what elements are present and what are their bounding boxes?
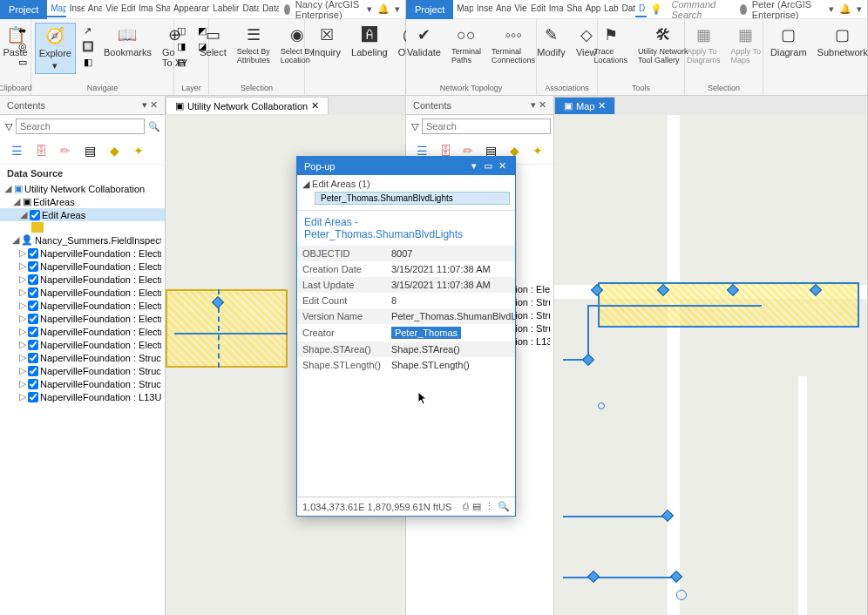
apply-diagrams-button[interactable]: ▦Apply To Diagrams xyxy=(683,23,724,66)
tab-labeling[interactable]: Labeling xyxy=(209,1,239,17)
nav-misc-icon[interactable]: ◧ xyxy=(79,54,97,70)
list-label-icon[interactable]: ◆ xyxy=(105,141,124,160)
layer-checkbox[interactable] xyxy=(28,379,38,389)
select-by-attr-button[interactable]: ☰Select By Attributes xyxy=(234,23,274,66)
panel-dropdown-icon[interactable]: ▾ ✕ xyxy=(142,99,158,111)
map-view-tab-r[interactable]: ▣Map✕ xyxy=(554,97,615,114)
layer-checkbox[interactable] xyxy=(28,314,38,324)
terminal-conn-button[interactable]: ◦◦◦Terminal Connections xyxy=(488,23,539,66)
triangle-expand-icon[interactable]: ◢ xyxy=(302,179,309,189)
close-tab-icon[interactable]: ✕ xyxy=(311,100,319,112)
nav-zoom-icon[interactable]: 🔲 xyxy=(79,38,97,54)
explore-button[interactable]: 🧭Explore▾ xyxy=(35,23,76,74)
diagram-button[interactable]: ▢Diagram xyxy=(767,23,810,59)
list-filter-icon[interactable]: ▤ xyxy=(80,141,99,160)
list-by-drawing-icon[interactable]: ☰ xyxy=(7,141,26,160)
creator-value[interactable]: Peter_Thomas xyxy=(391,327,461,339)
terminal-paths-button[interactable]: ○○Terminal Paths xyxy=(448,23,485,66)
bell-icon[interactable]: 🔔 xyxy=(377,3,390,15)
layer-checkbox[interactable] xyxy=(28,274,38,285)
popup-tree-item[interactable]: Peter_Thomas.ShumanBlvdLights xyxy=(315,192,510,205)
apply-maps-button[interactable]: ▦Apply To Maps xyxy=(728,23,764,66)
validate-button[interactable]: ✔Validate xyxy=(403,23,444,59)
layer-checkbox[interactable] xyxy=(28,248,38,259)
tab-data[interactable]: Data xyxy=(239,1,259,17)
layer-row[interactable]: ▷NapervilleFoundation : Structure Line xyxy=(0,364,165,377)
popup-menu-icon[interactable]: ⋮ xyxy=(485,501,494,512)
popup-window[interactable]: Pop-up ▾ ▭ ✕ ◢ Edit Areas (1) Peter_Thom… xyxy=(296,156,516,517)
rtab-d[interactable]: D xyxy=(635,1,647,17)
layer-row[interactable]: ▷NapervilleFoundation : Electric Distrib… xyxy=(0,273,165,286)
rtab-app[interactable]: App xyxy=(582,1,600,17)
nav-tool-2[interactable]: ◎ xyxy=(14,38,31,54)
layer-row[interactable]: ▷NapervilleFoundation : Structure Bounda xyxy=(0,377,165,390)
command-search[interactable]: Command Search xyxy=(666,0,734,20)
layer-row[interactable]: ▷NapervilleFoundation : Electric Transmi… xyxy=(0,325,165,338)
tab-ana[interactable]: Ana xyxy=(85,1,102,17)
contents-tree[interactable]: ◢▣Utility Network Collaboration ◢▣EditAr… xyxy=(0,182,165,615)
layer-checkbox[interactable] xyxy=(28,366,38,376)
layer-row[interactable]: ▷NapervilleFoundation : Electric Distrib… xyxy=(0,260,165,273)
layer-checkbox[interactable] xyxy=(28,327,38,337)
list-snap-icon[interactable]: ✦ xyxy=(129,141,148,160)
edit-areas-checkbox[interactable] xyxy=(30,210,40,220)
bell-icon-r[interactable]: 🔔 xyxy=(839,3,851,15)
filter-icon-r[interactable]: ▽ xyxy=(411,121,418,132)
tab-vie[interactable]: Vie xyxy=(102,1,118,17)
layer-row[interactable]: ▷NapervilleFoundation : Structure Juncti… xyxy=(0,351,165,364)
layer-row[interactable]: ▷NapervilleFoundation : Electric Transmi… xyxy=(0,312,165,325)
tab-data2[interactable]: Data xyxy=(259,1,279,17)
labeling-button[interactable]: 🅰Labeling xyxy=(348,23,391,59)
tab-map[interactable]: Map xyxy=(47,1,65,17)
map-view-tab[interactable]: ▣Utility Network Collaboration✕ xyxy=(166,97,329,114)
rtab-vie[interactable]: Vie xyxy=(511,1,527,17)
nav-arrow-icon[interactable]: ↗ xyxy=(79,23,97,38)
project-button-r[interactable]: Project xyxy=(406,0,453,19)
tab-sha[interactable]: Sha xyxy=(153,1,170,17)
rtab-inse[interactable]: Inse xyxy=(473,1,492,17)
nav-tool-1[interactable]: ⬌ xyxy=(14,23,31,38)
idea-icon[interactable]: 💡 xyxy=(647,3,666,15)
rtab-dat[interactable]: Dat xyxy=(618,1,635,17)
layer-row[interactable]: ▷NapervilleFoundation : Electric Transmi… xyxy=(0,338,165,351)
layer-row[interactable]: ▷NapervilleFoundation : Electric Transmi… xyxy=(0,299,165,312)
layer-checkbox[interactable] xyxy=(28,261,38,272)
rtab-lab[interactable]: Lab xyxy=(600,1,618,17)
rtab-map[interactable]: Map xyxy=(453,1,473,17)
popup-dock-icon[interactable]: ▭ xyxy=(482,160,494,172)
layer-checkbox[interactable] xyxy=(28,392,38,402)
rtab-edit[interactable]: Edit xyxy=(527,1,546,17)
close-tab-icon-r[interactable]: ✕ xyxy=(598,100,606,112)
list-by-edit-icon[interactable]: ✏ xyxy=(56,141,75,160)
layer-checkbox[interactable] xyxy=(28,287,38,298)
layer-row[interactable]: ▷NapervilleFoundation : L13UtilityNetwor… xyxy=(0,390,165,403)
layer-tool-3[interactable]: ▤ xyxy=(173,54,190,70)
popup-pin-icon[interactable]: ▾ xyxy=(468,160,480,172)
chevron-down-r[interactable]: ▾ xyxy=(857,3,862,15)
nav-tool-3[interactable]: ▭ xyxy=(14,54,31,70)
rtab-sha[interactable]: Sha xyxy=(563,1,581,17)
layer-checkbox[interactable] xyxy=(28,340,38,350)
layer-row[interactable]: ▷NapervilleFoundation : Electric Distrib… xyxy=(0,247,165,260)
project-button[interactable]: Project xyxy=(0,0,47,19)
layer-checkbox[interactable] xyxy=(28,353,38,363)
filter-icon[interactable]: ▽ xyxy=(5,121,12,132)
popup-print-icon[interactable]: ⎙ xyxy=(463,501,469,512)
layer-tool-2[interactable]: ◨ xyxy=(173,38,190,54)
modify-button[interactable]: ✎Modify xyxy=(533,23,568,59)
subnetwork-button[interactable]: ▢Subnetwork xyxy=(814,23,868,59)
user-dropdown-icon-r[interactable]: ▾ xyxy=(829,3,834,15)
bookmarks-button[interactable]: 📖Bookmarks xyxy=(100,23,155,59)
trace-locations-button[interactable]: ⚑Trace Locations xyxy=(590,23,631,66)
search-icon[interactable]: 🔍 xyxy=(148,119,160,133)
popup-select-icon[interactable]: ▤ xyxy=(472,501,481,512)
inquiry-button[interactable]: ☒Inquiry xyxy=(309,23,344,59)
contents-search-input[interactable] xyxy=(16,118,145,134)
rtab-ima[interactable]: Ima xyxy=(546,1,563,17)
layer-tool-1[interactable]: ◫ xyxy=(173,23,190,38)
layer-checkbox[interactable] xyxy=(28,301,38,311)
list-icon-r6[interactable]: ✦ xyxy=(529,141,547,160)
contents-search-input-r[interactable] xyxy=(422,118,551,134)
tab-ima[interactable]: Ima xyxy=(135,1,153,17)
popup-zoom-icon[interactable]: 🔍 xyxy=(498,501,510,512)
